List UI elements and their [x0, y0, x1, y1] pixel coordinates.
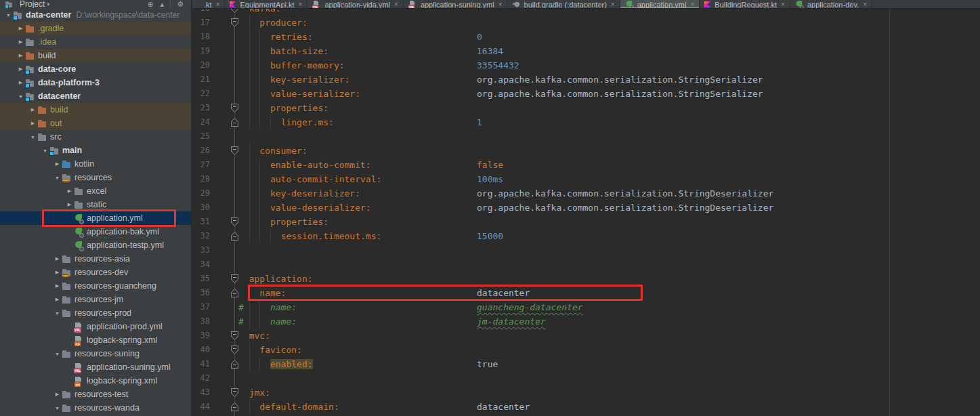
code-line-23[interactable]: 23 properties: — [192, 101, 980, 115]
code-line-31[interactable]: 31 properties: — [192, 215, 980, 229]
tree-item-resources-wanda[interactable]: ▼resources-wanda — [0, 401, 192, 415]
code-line-27[interactable]: 27 enable-auto-commit:false — [192, 158, 980, 172]
tab-close-icon[interactable]: × — [498, 1, 503, 8]
tree-chevron[interactable]: ▼ — [16, 94, 25, 99]
collapse-all-icon[interactable]: ▴ — [161, 1, 165, 7]
tree-chevron[interactable]: ▶ — [53, 256, 62, 262]
tree-item-resources[interactable]: ▼resources — [0, 171, 192, 184]
code-line-22[interactable]: 22 value-serializer:org.apache.kafka.com… — [192, 87, 980, 101]
tab-build.gradle (:datacenter)[interactable]: build.gradle (:datacenter)× — [508, 0, 620, 9]
tree-item-.idea[interactable]: ▶.idea — [0, 35, 192, 49]
tree-item-data-core[interactable]: ▶data-core — [0, 62, 192, 76]
tab-close-icon[interactable]: × — [394, 1, 398, 8]
code-line-38[interactable]: 38# name:jm-datacenter — [192, 314, 980, 329]
code-line-30[interactable]: 30 value-deserializer:org.apache.kafka.c… — [192, 201, 980, 215]
tree-chevron[interactable]: ▶ — [16, 39, 25, 45]
tab-application-suning.yml[interactable]: application-suning.yml× — [404, 0, 508, 9]
tree-item-resources-dev[interactable]: ▶resources-dev — [0, 266, 192, 279]
tree-chevron[interactable]: ▶ — [65, 188, 74, 194]
tree-item-src[interactable]: ▼src — [0, 130, 192, 144]
tree-chevron[interactable]: ▼ — [4, 13, 13, 18]
code-line-26[interactable]: 26 consumer: — [192, 144, 980, 158]
code-line-41[interactable]: 41 enabled:true — [192, 357, 980, 371]
code-line-18[interactable]: 18 retries:0 — [192, 30, 980, 44]
tab-close-icon[interactable]: × — [299, 1, 303, 8]
tree-item-logback-spring.xml[interactable]: logback-spring.xml — [0, 333, 192, 347]
tree-item-application-suning.yml[interactable]: application-suning.yml — [0, 360, 192, 374]
tree-chevron[interactable]: ▶ — [16, 53, 25, 58]
code-line-28[interactable]: 28 auto-commit-interval:100ms — [192, 172, 980, 186]
tree-item-excel[interactable]: ▶excel — [0, 184, 192, 198]
tree-chevron[interactable]: ▶ — [16, 26, 25, 31]
tree-chevron[interactable]: ▼ — [28, 135, 37, 140]
tree-chevron[interactable]: ▼ — [53, 175, 62, 180]
tree-chevron[interactable]: ▶ — [65, 202, 74, 207]
tree-chevron[interactable]: ▼ — [53, 406, 62, 411]
fold-start-icon[interactable] — [231, 388, 238, 397]
tree-item-main[interactable]: ▼main — [0, 144, 192, 157]
tab-application-dev.[interactable]: application-dev.× — [790, 0, 872, 9]
code-line-20[interactable]: 20 buffer-memory:33554432 — [192, 58, 980, 72]
code-line-40[interactable]: 40 favicon: — [192, 343, 980, 357]
tab-close-icon[interactable]: × — [863, 1, 867, 8]
code-line-43[interactable]: 43 jmx: — [192, 386, 980, 400]
tree-item-out[interactable]: ▶out — [0, 117, 192, 130]
code-line-29[interactable]: 29 key-deserializer:org.apache.kafka.com… — [192, 186, 980, 201]
tree-item-resources-guancheng[interactable]: ▶resources-guancheng — [0, 279, 192, 293]
code-line-33[interactable]: 33 — [192, 243, 980, 257]
tree-item-resources-suning[interactable]: ▼resources-suning — [0, 347, 192, 360]
tree-item-data-center[interactable]: ▼data-centerD:\workingspace\data-center — [0, 8, 192, 22]
tree-item-application.yml[interactable]: application.yml — [0, 211, 192, 225]
fold-start-icon[interactable] — [231, 331, 238, 340]
fold-start-icon[interactable] — [231, 274, 238, 283]
tree-chevron[interactable]: ▼ — [53, 311, 62, 316]
fold-end-icon[interactable] — [231, 232, 238, 241]
code-line-37[interactable]: 37# name:guancheng-datacenter — [192, 300, 980, 314]
tab-close-icon[interactable]: × — [690, 1, 694, 8]
tree-chevron[interactable]: ▶ — [28, 107, 37, 112]
project-panel-title[interactable]: Project — [20, 0, 45, 8]
tree-item-datacenter[interactable]: ▼datacenter — [0, 89, 192, 103]
tab-close-icon[interactable]: × — [216, 1, 220, 8]
tree-item-kotlin[interactable]: ▶kotlin — [0, 157, 192, 171]
tab-EquipmentApi.kt[interactable]: EquipmentApi.kt× — [225, 0, 307, 9]
tree-chevron[interactable]: ▶ — [53, 392, 62, 397]
tree-chevron[interactable]: ▶ — [53, 297, 62, 302]
tree-item-application-bak.yml[interactable]: application-bak.yml — [0, 225, 192, 238]
tree-item-.gradle[interactable]: ▶.gradle — [0, 22, 192, 35]
fold-start-icon[interactable] — [231, 217, 238, 226]
chevron-down-icon[interactable]: ▾ — [47, 1, 49, 7]
tree-chevron[interactable]: ▶ — [53, 283, 62, 289]
code-line-25[interactable]: 25 — [192, 129, 980, 144]
code-line-36[interactable]: 36 name:datacenter — [192, 286, 980, 300]
gear-icon[interactable]: ⚙ — [177, 1, 184, 7]
tab-close-icon[interactable]: × — [781, 1, 785, 8]
tree-item-build[interactable]: ▶build — [0, 103, 192, 117]
tab-.kt[interactable]: .kt× — [192, 0, 225, 9]
locate-file-icon[interactable]: ⊕ — [147, 1, 153, 7]
tree-item-resources-jm[interactable]: ▶resources-jm — [0, 293, 192, 306]
tab-BuildingRequest.kt[interactable]: BuildingRequest.kt× — [700, 0, 790, 9]
tab-application.yml[interactable]: application.yml× — [620, 0, 700, 9]
tree-chevron[interactable]: ▶ — [16, 66, 25, 72]
fold-end-icon[interactable] — [231, 360, 238, 369]
fold-start-icon[interactable] — [231, 346, 238, 354]
code-line-42[interactable]: 42 — [192, 371, 980, 386]
fold-end-icon[interactable] — [231, 289, 238, 297]
tree-item-data-platform-3[interactable]: ▶data-platform-3 — [0, 76, 192, 89]
code-line-35[interactable]: 35 application: — [192, 272, 980, 286]
tree-item-resources-asia[interactable]: ▶resources-asia — [0, 252, 192, 266]
fold-end-icon[interactable] — [231, 402, 238, 411]
tree-chevron[interactable]: ▶ — [28, 121, 37, 126]
code-line-44[interactable]: 44 default-domain:datacenter — [192, 400, 980, 414]
tree-chevron[interactable]: ▼ — [53, 352, 62, 356]
fold-start-icon[interactable] — [231, 146, 238, 155]
tree-item-logback-spring.xml[interactable]: logback-spring.xml — [0, 374, 192, 388]
tab-close-icon[interactable]: × — [611, 1, 615, 8]
tree-chevron[interactable]: ▶ — [16, 80, 25, 85]
tree-item-application-prod.yml[interactable]: application-prod.yml — [0, 320, 192, 333]
code-line-19[interactable]: 19 batch-size:16384 — [192, 44, 980, 58]
tree-chevron[interactable]: ▶ — [53, 270, 62, 275]
tab-application-yida.yml[interactable]: application-yida.yml× — [307, 0, 403, 9]
code-line-34[interactable]: 34 — [192, 257, 980, 272]
